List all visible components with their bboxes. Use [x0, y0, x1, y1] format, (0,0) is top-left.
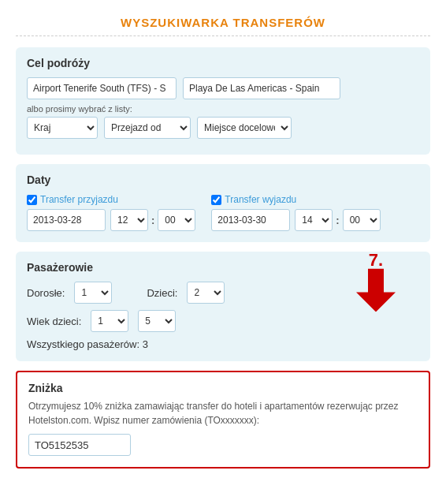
departure-time-group: 14 00010203 04050607 08091011 12131516 1…: [295, 209, 380, 231]
passengers-inner: Dorosłe: 1234 5678 Dzieci: 2013 45678 Wi…: [27, 282, 419, 350]
passengers-section: Pasażerowie Dorosłe: 1234 5678 Dzieci: 2…: [16, 252, 430, 361]
step-number: 7.: [369, 252, 383, 269]
down-arrow-icon: [356, 269, 396, 312]
arrival-date-input[interactable]: [27, 209, 106, 231]
arrival-checkbox[interactable]: [27, 195, 37, 205]
page-title: WYSZUKIWARKA TRANSFERÓW: [16, 8, 430, 36]
destination-section: Cel podróży albo prosimy wybrać z listy:…: [16, 47, 430, 155]
colon-2: :: [336, 215, 339, 226]
child-ages-row: Wiek dzieci: 12345 678910 1112 51234 678…: [27, 310, 419, 332]
destination-inputs-row: [27, 77, 419, 99]
arrival-min-select[interactable]: 00153045: [158, 209, 195, 231]
total-pax-label: Wszystkiego pasażerów:: [27, 338, 143, 350]
arrival-date-group: 12 00010203 04050607 08091011 13141516 1…: [27, 209, 195, 231]
dropdowns-row: Kraj Przejazd od Miejsce docelowe: [27, 117, 419, 139]
arrival-time-group: 12 00010203 04050607 08091011 13141516 1…: [110, 209, 195, 231]
departure-date-input[interactable]: [211, 209, 290, 231]
total-pax-value: 3: [143, 338, 148, 350]
przejazd-dropdown[interactable]: Przejazd od: [104, 117, 191, 139]
arrival-block: Transfer przyjazdu 12 00010203 04050607 …: [27, 194, 195, 231]
dzieci-label: Dzieci:: [147, 287, 177, 299]
children-select[interactable]: 2013 45678: [187, 282, 225, 304]
page-wrapper: WYSZUKIWARKA TRANSFERÓW Cel podróży albo…: [0, 0, 446, 484]
departure-date-group: 14 00010203 04050607 08091011 12131516 1…: [211, 209, 380, 231]
discount-order-input[interactable]: [28, 434, 131, 456]
discount-title: Zniżka: [28, 382, 418, 394]
wiek-label: Wiek dzieci:: [27, 315, 81, 327]
child-age1-select[interactable]: 12345 678910 1112: [91, 310, 128, 332]
departure-min-select[interactable]: 00153045: [343, 209, 381, 231]
or-list-label: albo prosimy wybrać z listy:: [27, 104, 419, 114]
discount-description: Otrzymujesz 10% zniżka zamawiając transf…: [28, 399, 418, 427]
airport-input[interactable]: [27, 77, 177, 99]
destination-section-title: Cel podróży: [27, 57, 419, 69]
dates-section: Daty Transfer przyjazdu 12 00010203 0405…: [16, 164, 430, 242]
arrival-checkbox-label[interactable]: Transfer przyjazdu: [27, 194, 195, 205]
step-annotation: 7.: [356, 252, 396, 312]
miejsce-dropdown[interactable]: Miejsce docelowe: [197, 117, 292, 139]
departure-hour-select[interactable]: 14 00010203 04050607 08091011 12131516 1…: [295, 209, 333, 231]
svg-marker-0: [356, 269, 396, 312]
arrival-hour-select[interactable]: 12 00010203 04050607 08091011 13141516 1…: [110, 209, 148, 231]
departure-checkbox-label[interactable]: Transfer wyjazdu: [211, 194, 380, 205]
departure-checkbox[interactable]: [211, 195, 221, 205]
total-passengers-row: Wszystkiego pasażerów: 3: [27, 338, 419, 350]
discount-section: Zniżka Otrzymujesz 10% zniżka zamawiając…: [16, 371, 430, 469]
adults-select[interactable]: 1234 5678: [74, 282, 112, 304]
child-age2-select[interactable]: 51234 678910 1112: [138, 310, 176, 332]
dorosle-label: Dorosłe:: [27, 287, 65, 299]
dates-section-title: Daty: [27, 174, 419, 186]
departure-block: Transfer wyjazdu 14 00010203 04050607 08…: [211, 194, 380, 231]
colon-1: :: [151, 215, 154, 226]
destination-input[interactable]: [183, 77, 340, 99]
dates-row: Transfer przyjazdu 12 00010203 04050607 …: [27, 194, 419, 231]
kraj-dropdown[interactable]: Kraj: [27, 117, 98, 139]
